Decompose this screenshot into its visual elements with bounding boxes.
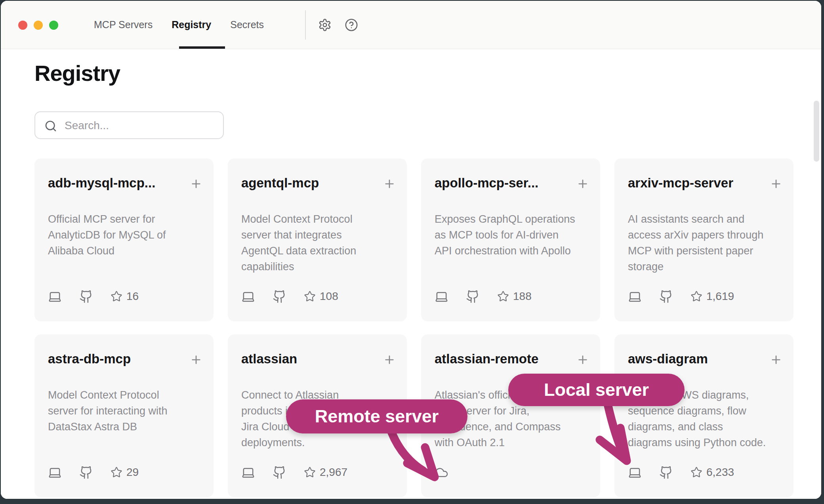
server-card-footer: 2,967: [241, 465, 347, 479]
add-server-button[interactable]: [576, 353, 589, 366]
server-card-footer: 6,233: [628, 465, 734, 479]
star-icon: [111, 290, 122, 302]
server-card[interactable]: astra-db-mcpModel Context Protocolserver…: [34, 334, 214, 497]
add-server-button[interactable]: [190, 178, 202, 190]
star-icon: [111, 466, 122, 478]
server-card-footer: [435, 465, 448, 479]
tab-secrets[interactable]: Secrets: [230, 19, 264, 31]
tab-mcp-servers[interactable]: MCP Servers: [94, 19, 153, 31]
server-card[interactable]: apollo-mcp-ser...Exposes GraphQL operati…: [421, 158, 600, 321]
server-card[interactable]: agentql-mcpModel Context Protocolserver …: [228, 158, 407, 321]
server-description: Atlassian's official remoteMCP server fo…: [435, 387, 594, 451]
minimize-button[interactable]: [34, 21, 43, 30]
server-name: atlassian: [241, 350, 375, 368]
server-name: aws-diagram: [628, 350, 762, 368]
server-card-footer: 29: [48, 465, 139, 479]
plus-icon: [576, 178, 589, 190]
screen-background: MCP ServersRegistrySecrets Registry: [0, 0, 824, 504]
server-card-footer: 1,619: [628, 289, 734, 304]
server-card[interactable]: atlassian-remoteAtlassian's official rem…: [421, 334, 600, 497]
github-icon: [273, 466, 286, 479]
server-grid: adb-mysql-mcp...Official MCP server forA…: [34, 158, 793, 497]
github-icon: [659, 466, 673, 479]
titlebar-divider: [305, 10, 306, 40]
zoom-button[interactable]: [49, 21, 58, 30]
search-icon: [44, 120, 57, 132]
plus-icon: [576, 353, 589, 366]
search-box: [34, 111, 224, 139]
github-icon: [466, 290, 480, 304]
laptop-icon: [628, 466, 642, 479]
star-count: 2,967: [304, 466, 347, 479]
server-description: AI assistants search andaccess arXiv pap…: [628, 211, 787, 275]
laptop-icon: [628, 290, 642, 304]
server-description: Exposes GraphQL operationsas MCP tools f…: [435, 211, 594, 259]
star-count: 29: [111, 466, 139, 479]
plus-icon: [770, 178, 782, 190]
server-name: arxiv-mcp-server: [628, 174, 762, 192]
server-description: Generate AWS diagrams,sequence diagrams,…: [628, 387, 787, 451]
add-server-button[interactable]: [383, 178, 396, 190]
server-card-footer: 16: [48, 289, 139, 304]
server-card-footer: 108: [241, 289, 338, 304]
titlebar: MCP ServersRegistrySecrets: [1, 1, 821, 49]
help-icon: [345, 18, 358, 32]
server-name: atlassian-remote: [435, 350, 568, 368]
server-description: Model Context Protocolserver for interac…: [48, 387, 207, 435]
laptop-icon: [48, 466, 62, 479]
plus-icon: [383, 178, 396, 190]
server-card[interactable]: atlassianConnect to Atlassianproducts in…: [228, 334, 407, 497]
star-count: 188: [497, 290, 532, 303]
server-card[interactable]: arxiv-mcp-serverAI assistants search and…: [614, 158, 793, 321]
server-card-footer: 188: [435, 289, 532, 304]
server-card[interactable]: adb-mysql-mcp...Official MCP server forA…: [34, 158, 214, 321]
star-icon: [497, 290, 509, 302]
github-icon: [79, 466, 93, 479]
star-count: 108: [304, 290, 338, 303]
server-description: Connect to Atlassianproducts includingJi…: [241, 387, 401, 451]
traffic-lights: [18, 21, 58, 30]
server-name: astra-db-mcp: [48, 350, 182, 368]
laptop-icon: [241, 466, 255, 479]
laptop-icon: [48, 290, 62, 304]
cloud-icon: [435, 466, 448, 479]
add-server-button[interactable]: [770, 178, 782, 190]
github-icon: [273, 290, 286, 304]
registry-page: Registry adb-mysql-mcp...Official MCP se…: [1, 49, 821, 499]
star-icon: [304, 290, 316, 302]
help-button[interactable]: [345, 18, 358, 32]
search-input[interactable]: [64, 112, 217, 139]
laptop-icon: [241, 290, 255, 304]
add-server-button[interactable]: [190, 353, 202, 366]
add-server-button[interactable]: [383, 353, 396, 366]
star-icon: [690, 466, 702, 478]
server-name: adb-mysql-mcp...: [48, 174, 182, 192]
plus-icon: [770, 353, 782, 366]
close-button[interactable]: [18, 21, 27, 30]
plus-icon: [190, 178, 202, 190]
gear-icon: [318, 18, 332, 32]
server-card[interactable]: aws-diagramGenerate AWS diagrams,sequenc…: [614, 334, 793, 497]
active-tab-indicator: [179, 46, 225, 49]
star-count: 1,619: [690, 290, 734, 303]
tab-bar: MCP ServersRegistrySecrets: [94, 1, 264, 49]
star-count: 16: [111, 290, 139, 303]
tab-registry[interactable]: Registry: [172, 19, 211, 31]
server-description: Official MCP server forAnalyticDB for My…: [48, 211, 207, 259]
settings-button[interactable]: [318, 18, 332, 32]
app-window: MCP ServersRegistrySecrets Registry: [1, 1, 821, 499]
github-icon: [79, 290, 93, 304]
add-server-button[interactable]: [576, 178, 589, 190]
star-icon: [690, 290, 702, 302]
add-server-button[interactable]: [770, 353, 782, 366]
laptop-icon: [435, 290, 448, 304]
star-icon: [304, 466, 316, 478]
server-name: agentql-mcp: [241, 174, 375, 192]
star-count: 6,233: [690, 466, 734, 479]
scrollbar-thumb[interactable]: [814, 101, 819, 162]
github-icon: [659, 290, 673, 304]
server-description: Model Context Protocolserver that integr…: [241, 211, 401, 275]
plus-icon: [383, 353, 396, 366]
server-name: apollo-mcp-ser...: [435, 174, 568, 192]
page-title: Registry: [34, 60, 120, 86]
